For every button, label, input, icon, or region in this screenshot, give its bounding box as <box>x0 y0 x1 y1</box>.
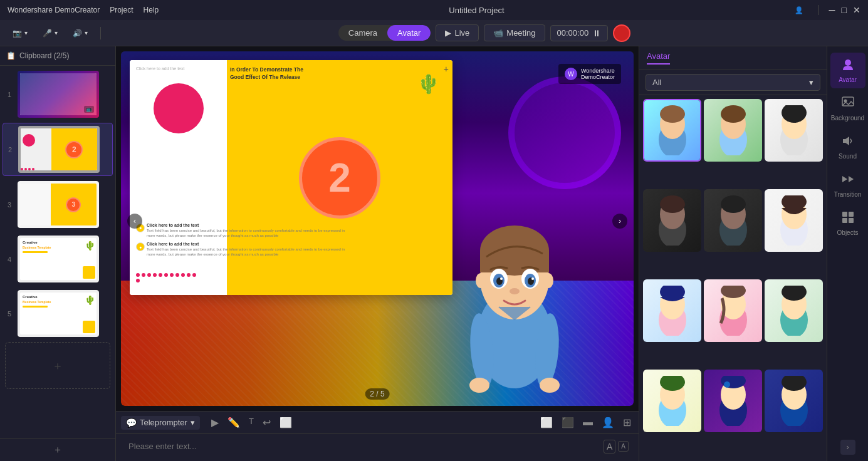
project-title: Untitled Project <box>449 6 504 15</box>
camera-mode-button[interactable]: Camera <box>338 25 387 41</box>
svg-point-14 <box>476 273 486 288</box>
tp-layout4-button[interactable]: 👤 <box>599 415 617 430</box>
close-button[interactable]: ✕ <box>853 5 860 15</box>
tp-loop-button[interactable]: ↩ <box>260 415 273 430</box>
tp-layout1-button[interactable]: ⬜ <box>538 415 555 430</box>
camera-icon: 📷 <box>13 29 22 38</box>
avatar-card-4[interactable] <box>643 189 701 252</box>
avatar-card-2[interactable] <box>704 99 762 162</box>
camera-dropdown-icon: ▾ <box>24 29 28 36</box>
ws-logo-overlay: W Wondershare DemoCreator <box>558 64 621 84</box>
clip-item-5[interactable]: 5 Creative Business Template 🌵 <box>3 287 113 339</box>
tp-text-button[interactable]: T <box>246 415 256 430</box>
tp-layout3-button[interactable]: ▬ <box>580 415 595 430</box>
svg-point-29 <box>783 105 805 115</box>
maximize-button[interactable]: □ <box>842 5 847 15</box>
svg-point-13 <box>510 288 520 294</box>
live-button[interactable]: ▶ Live <box>436 24 479 41</box>
slide-preview: Click here to add the text <box>121 51 634 406</box>
ws-name-line2: DemoCreator <box>581 74 615 80</box>
avatar-card-9[interactable] <box>765 279 823 342</box>
clip-thumb-5: Creative Business Template 🌵 <box>18 290 99 337</box>
clipboard-icon: 📋 <box>6 51 16 60</box>
clip-item-3[interactable]: 3 3 <box>3 179 113 230</box>
avatar-card-8[interactable] <box>704 279 762 342</box>
meeting-button[interactable]: 📹 Meeting <box>484 24 545 41</box>
sidebar-item-background[interactable]: Background <box>830 91 865 127</box>
avatar-card-7[interactable] <box>643 279 701 342</box>
tp-layout5-button[interactable]: ⊞ <box>620 415 634 430</box>
objects-sidebar-label: Objects <box>837 229 859 236</box>
tp-right-tools: ⬜ ⬛ ▬ 👤 ⊞ <box>538 415 634 430</box>
avatar-panel-header: Avatar <box>639 46 827 70</box>
window-controls: ─ □ ✕ <box>829 5 860 15</box>
meeting-label: Meeting <box>506 28 535 38</box>
avatar-card-11[interactable] <box>704 370 762 432</box>
clip-thumb-3: 3 <box>18 181 99 228</box>
avatar-card-12[interactable] <box>765 370 823 432</box>
right-sidebar: Avatar Background Sound Transition Objec… <box>827 46 868 461</box>
filter-dropdown[interactable]: All ▾ <box>646 74 820 91</box>
clips-sidebar: 📋 Clipboard (2/5) 1 📺 2 <box>0 46 116 461</box>
speaker-icon: 🔊 <box>73 29 82 38</box>
canvas-content: Click here to add the text <box>116 46 639 411</box>
svg-point-15 <box>543 273 553 288</box>
tp-play-button[interactable]: ▶ <box>209 415 221 430</box>
sidebar-item-avatar[interactable]: Avatar <box>830 53 865 88</box>
add-clip-button[interactable]: ＋ <box>5 342 110 389</box>
camera-settings-button[interactable]: 📷 ▾ <box>8 26 33 40</box>
right-sidebar-scroll-button[interactable]: › <box>840 440 855 455</box>
clip-item-2[interactable]: 2 2 <box>3 123 113 176</box>
add-slide-bottom-button[interactable]: ＋ <box>0 438 115 461</box>
menu-help[interactable]: Help <box>144 6 159 14</box>
avatar-card-5[interactable] <box>704 189 762 252</box>
avatar-card-10[interactable] <box>643 370 701 432</box>
next-slide-button[interactable]: › <box>612 214 627 229</box>
minimize-button[interactable]: ─ <box>829 5 835 15</box>
title-bar: Wondershare DemoCreator Project Help Unt… <box>0 0 868 20</box>
speaker-settings-button[interactable]: 🔊 ▾ <box>68 26 93 40</box>
font-size-small-button[interactable]: A <box>618 441 629 452</box>
teleprompter-toolbar: 💬 Teleprompter ▾ ▶ ✏️ T ↩ ⬜ ⬜ ⬛ ▬ 👤 ⊞ <box>116 412 639 434</box>
cam-avatar-toggle: Camera Avatar <box>338 25 431 41</box>
avatar-sidebar-label: Avatar <box>839 76 857 83</box>
clips-header: 📋 Clipboard (2/5) <box>0 46 115 66</box>
sidebar-item-sound[interactable]: Sound <box>830 129 865 165</box>
prev-slide-button[interactable]: ‹ <box>127 214 142 229</box>
sidebar-item-objects[interactable]: Objects <box>830 205 865 241</box>
avatar-card-1[interactable] <box>643 99 701 162</box>
mic-settings-button[interactable]: 🎤 ▾ <box>38 26 63 40</box>
svg-marker-63 <box>842 176 847 182</box>
avatar-sidebar-icon <box>841 58 855 75</box>
svg-point-19 <box>540 378 560 393</box>
tp-layout2-button[interactable]: ⬛ <box>559 415 577 430</box>
title-bar-left: Wondershare DemoCreator Project Help <box>8 6 159 14</box>
avatar-panel: Avatar All ▾ <box>639 46 827 461</box>
record-button[interactable] <box>613 24 630 42</box>
avatar-tab[interactable]: Avatar <box>647 51 670 65</box>
svg-rect-68 <box>849 218 854 223</box>
font-size-large-button[interactable]: A <box>604 440 615 453</box>
add-slide-icon: ＋ <box>53 443 63 457</box>
avatar-card-3[interactable] <box>765 99 823 162</box>
user-icon[interactable]: 👤 <box>795 6 803 14</box>
teleprompter-chevron: ▾ <box>191 418 195 427</box>
sidebar-item-transition[interactable]: Transition <box>830 167 865 203</box>
avatar-mode-button[interactable]: Avatar <box>387 25 431 41</box>
svg-rect-66 <box>849 212 854 217</box>
svg-point-55 <box>724 381 730 388</box>
clip-item-1[interactable]: 1 📺 <box>3 68 113 120</box>
svg-point-25 <box>721 105 746 123</box>
clip-number-2: 2 <box>6 146 14 153</box>
teleprompter-dropdown[interactable]: 💬 Teleprompter ▾ <box>121 416 200 430</box>
teleprompter-input[interactable] <box>121 437 599 456</box>
avatar-card-6[interactable] <box>765 189 823 252</box>
menu-project[interactable]: Project <box>110 6 133 14</box>
clip-item-4[interactable]: 4 Creative Business Template 🌵 <box>3 233 113 285</box>
clip-number-5: 5 <box>5 310 14 318</box>
clip-number-3: 3 <box>5 201 14 209</box>
tp-edit-button[interactable]: ✏️ <box>225 415 243 430</box>
background-sidebar-icon <box>841 96 855 113</box>
ws-logo-text: Wondershare DemoCreator <box>581 68 615 80</box>
tp-window-button[interactable]: ⬜ <box>277 415 295 430</box>
